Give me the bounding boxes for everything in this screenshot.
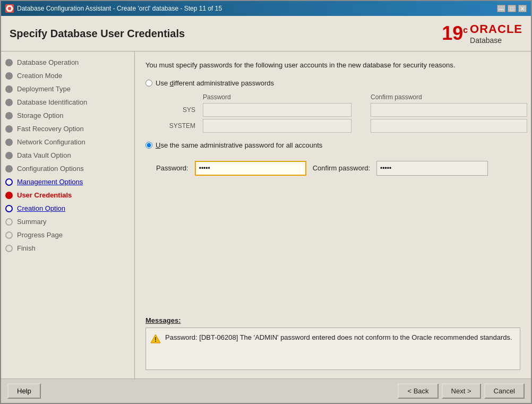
window-controls: — □ ✕ xyxy=(497,5,527,12)
sidebar-item-finish[interactable]: Finish xyxy=(1,242,134,255)
step-dot-database-identification xyxy=(5,99,13,106)
sidebar-item-data-vault-option[interactable]: Data Vault Option xyxy=(1,149,134,162)
radio-same-input[interactable] xyxy=(145,142,152,149)
sidebar: Database Operation Creation Mode Deploym… xyxy=(1,51,135,379)
step-dot-data-vault xyxy=(5,152,13,159)
sidebar-item-deployment-type[interactable]: Deployment Type xyxy=(1,82,134,96)
sidebar-item-creation-option[interactable]: Creation Option xyxy=(1,202,134,215)
messages-title: Messages: xyxy=(145,316,520,324)
radio-different-input[interactable] xyxy=(145,80,152,87)
oracle-brand: ORACLE Database xyxy=(470,22,522,45)
radio-same-password[interactable]: Use the same administrative password for… xyxy=(145,141,520,149)
maximize-button[interactable]: □ xyxy=(508,5,516,12)
app-icon xyxy=(5,4,14,13)
minimize-button[interactable]: — xyxy=(497,5,505,12)
sidebar-item-database-identification[interactable]: Database Identification xyxy=(1,96,134,109)
main-window: Database Configuration Assistant - Creat… xyxy=(0,0,532,404)
step-dot-creation-mode xyxy=(5,72,13,80)
page-title: Specify Database User Credentials xyxy=(10,28,185,40)
oracle-logo: 19c ORACLE Database xyxy=(442,22,522,45)
radio-different-passwords[interactable]: Use different administrative passwords xyxy=(145,79,520,87)
help-button[interactable]: Help xyxy=(7,383,41,399)
main-content: Database Operation Creation Mode Deploym… xyxy=(1,51,531,379)
sys-password-input[interactable] xyxy=(203,103,351,117)
same-password-section: Password: Confirm password: xyxy=(156,161,520,176)
same-password-label: Password: xyxy=(156,164,188,172)
sidebar-item-database-operation[interactable]: Database Operation xyxy=(1,56,134,69)
title-bar: Database Configuration Assistant - Creat… xyxy=(1,1,531,16)
sys-confirm-input[interactable] xyxy=(371,103,527,117)
messages-box: ! Password: [DBT-06208] The 'ADMIN' pass… xyxy=(145,328,520,370)
footer: Help < Back Next > Cancel xyxy=(1,379,531,403)
step-dot-finish xyxy=(5,245,13,252)
password-column-header: Password xyxy=(203,93,351,101)
content-spacer xyxy=(145,176,520,308)
step-dot-management-options xyxy=(5,178,13,186)
same-confirm-input[interactable] xyxy=(376,161,488,176)
right-panel: You must specify passwords for the follo… xyxy=(135,51,531,379)
step-dot-creation-option xyxy=(5,205,13,212)
sidebar-item-network-configuration[interactable]: Network Configuration xyxy=(1,135,134,149)
back-button[interactable]: < Back xyxy=(398,383,438,399)
step-dot-network-configuration xyxy=(5,139,13,146)
confirm-column-header: Confirm password xyxy=(371,93,531,101)
sidebar-item-summary[interactable]: Summary xyxy=(1,215,134,228)
sidebar-item-fast-recovery-option[interactable]: Fast Recovery Option xyxy=(1,122,134,135)
step-dot-fast-recovery xyxy=(5,125,13,133)
radio-same-label: Use the same administrative password for… xyxy=(156,141,322,149)
sidebar-item-user-credentials[interactable]: User Credentials xyxy=(1,188,134,202)
step-dot-progress-page xyxy=(5,231,13,239)
system-confirm-input[interactable] xyxy=(371,119,527,133)
sidebar-item-progress-page[interactable]: Progress Page xyxy=(1,228,134,242)
sidebar-item-storage-option[interactable]: Storage Option xyxy=(1,109,134,122)
step-dot-deployment-type xyxy=(5,85,13,93)
message-text: Password: [DBT-06208] The 'ADMIN' passwo… xyxy=(165,332,512,343)
oracle-version: 19c xyxy=(442,24,468,43)
radio-different-label: Use different administrative passwords xyxy=(156,79,274,87)
close-button[interactable]: ✕ xyxy=(518,5,527,12)
sidebar-item-management-options[interactable]: Management Options xyxy=(1,175,134,188)
svg-text:!: ! xyxy=(155,336,157,343)
step-dot-summary xyxy=(5,218,13,226)
system-password-input[interactable] xyxy=(203,119,351,133)
cancel-button[interactable]: Cancel xyxy=(484,383,525,399)
sys-label: SYS xyxy=(156,106,199,114)
messages-section: Messages: ! Password: [DBT-06208] The 'A… xyxy=(145,308,520,370)
header: Specify Database User Credentials 19c OR… xyxy=(1,16,531,51)
window-title: Database Configuration Assistant - Creat… xyxy=(17,5,222,12)
step-dot-configuration-options xyxy=(5,165,13,173)
warning-icon: ! xyxy=(150,333,161,344)
title-bar-left: Database Configuration Assistant - Creat… xyxy=(5,4,222,13)
svg-point-2 xyxy=(6,5,13,12)
system-label: SYSTEM xyxy=(156,122,199,130)
same-password-input[interactable] xyxy=(195,161,306,176)
description-text: You must specify passwords for the follo… xyxy=(145,60,520,71)
step-dot-user-credentials xyxy=(5,192,13,199)
same-confirm-label: Confirm password: xyxy=(313,164,370,172)
sidebar-item-configuration-options[interactable]: Configuration Options xyxy=(1,162,134,175)
step-dot-storage-option xyxy=(5,112,13,119)
sidebar-item-creation-mode[interactable]: Creation Mode xyxy=(1,69,134,82)
next-button[interactable]: Next > xyxy=(442,383,481,399)
footer-buttons: < Back Next > Cancel xyxy=(398,383,525,399)
step-dot-database-operation xyxy=(5,59,13,66)
different-passwords-section: Password Confirm password SYS SYSTEM xyxy=(156,93,520,133)
